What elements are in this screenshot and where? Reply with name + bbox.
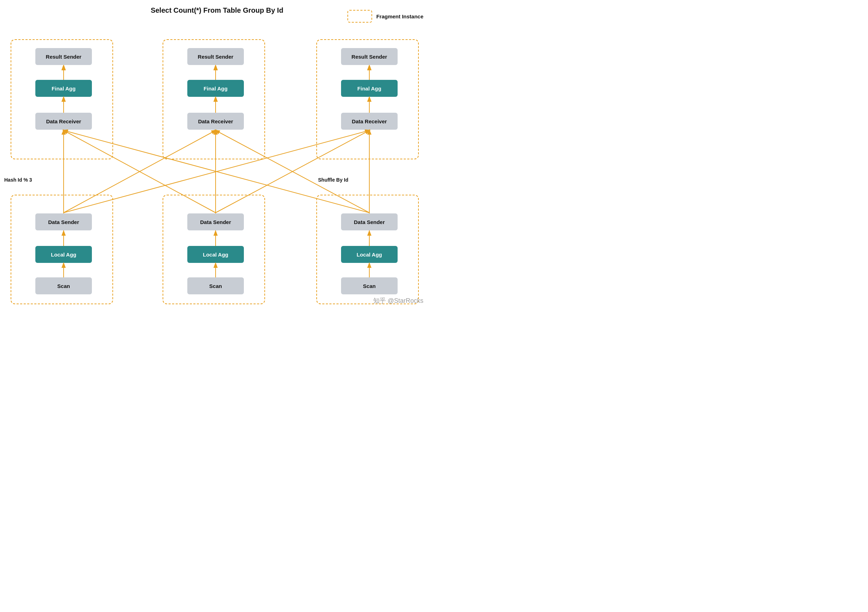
- legend-label: Fragment Instance: [377, 14, 423, 19]
- data-sender-2: Data Sender: [187, 214, 244, 230]
- result-sender-1: Result Sender: [35, 48, 92, 65]
- data-receiver-2: Data Receiver: [187, 113, 244, 130]
- local-agg-2: Local Agg: [187, 246, 244, 263]
- data-receiver-1: Data Receiver: [35, 113, 92, 130]
- hash-id-label: Hash Id % 3: [4, 177, 32, 183]
- legend: Fragment Instance: [347, 10, 423, 23]
- shuffle-label: Shuffle By Id: [318, 177, 349, 183]
- result-sender-2: Result Sender: [187, 48, 244, 65]
- scan-3: Scan: [341, 277, 398, 294]
- final-agg-3: Final Agg: [341, 80, 398, 97]
- scan-1: Scan: [35, 277, 92, 294]
- final-agg-2: Final Agg: [187, 80, 244, 97]
- watermark: 知乎 @StarRocks: [373, 296, 423, 305]
- data-sender-1: Data Sender: [35, 214, 92, 230]
- data-receiver-3: Data Receiver: [341, 113, 398, 130]
- diagram: Result Sender Final Agg Data Receiver Re…: [0, 22, 434, 311]
- legend-box: [347, 10, 372, 23]
- final-agg-1: Final Agg: [35, 80, 92, 97]
- data-sender-3: Data Sender: [341, 214, 398, 230]
- result-sender-3: Result Sender: [341, 48, 398, 65]
- scan-2: Scan: [187, 277, 244, 294]
- local-agg-1: Local Agg: [35, 246, 92, 263]
- local-agg-3: Local Agg: [341, 246, 398, 263]
